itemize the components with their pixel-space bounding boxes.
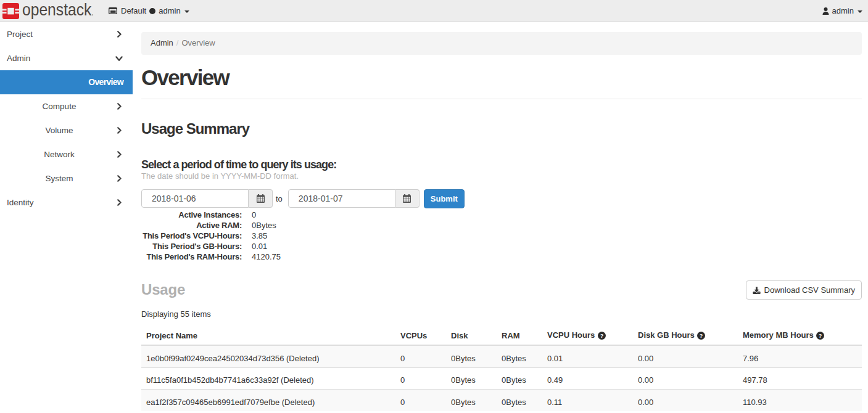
svg-text:?: ? [600, 332, 604, 338]
svg-text:?: ? [700, 332, 703, 338]
svg-text:?: ? [819, 332, 822, 338]
